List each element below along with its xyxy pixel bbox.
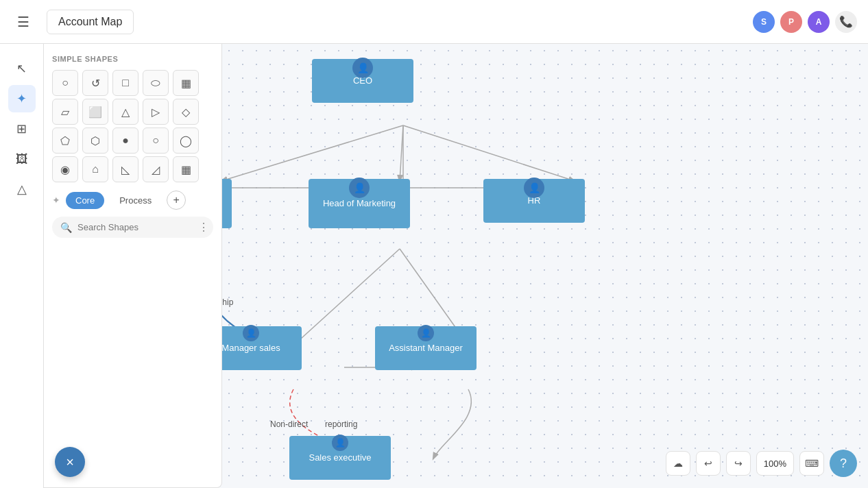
sidebar-grid-icon[interactable]: ⊞ <box>8 115 36 143</box>
non-direct-label: Non-direct <box>270 419 308 429</box>
shape-circle-xl[interactable]: ◉ <box>52 156 78 182</box>
shape-para-l[interactable]: ◺ <box>112 156 138 182</box>
zoom-display: 100% <box>756 451 794 476</box>
zoom-label: 100% <box>764 459 786 469</box>
tab-process[interactable]: Process <box>110 192 161 209</box>
shape-tabs: ✦ Core Process + <box>52 191 213 210</box>
avatar-p: P <box>780 11 802 33</box>
asst-mgr-avatar: 👤 <box>418 325 434 341</box>
svg-line-1 <box>400 125 403 181</box>
simple-shapes-label: SIMPLE SHAPES <box>52 55 213 63</box>
shape-triangle-right[interactable]: ▷ <box>143 99 169 125</box>
hr-node-group[interactable]: 👤 HR <box>524 178 544 194</box>
title-area: Account Map <box>47 10 134 34</box>
asst-mgr-node-group[interactable]: 👤 Assistant Manager <box>418 325 434 338</box>
search-icon: 🔍 <box>60 222 72 233</box>
shape-ellipse[interactable]: ⬭ <box>143 70 169 96</box>
svg-line-2 <box>403 125 575 181</box>
ceo-avatar: 👤 <box>352 58 373 78</box>
phone-icon: 📞 <box>839 15 853 28</box>
shape-arc[interactable]: ↺ <box>82 70 108 96</box>
sidebar-pen-icon[interactable]: △ <box>8 175 36 203</box>
help-button[interactable]: ? <box>830 450 857 477</box>
shape-circle-lg[interactable]: ◯ <box>173 127 199 154</box>
undo-icon: ↩ <box>704 458 712 469</box>
mgr-sales-avatar: 👤 <box>243 325 259 341</box>
undo-button[interactable]: ↩ <box>696 451 721 476</box>
shape-rect-rounded[interactable]: ▱ <box>52 99 78 125</box>
left-sidebar: ↖ ✦ ⊞ 🖼 △ <box>0 44 44 488</box>
shape-table[interactable]: ▦ <box>173 156 199 182</box>
shape-square[interactable]: □ <box>112 70 138 96</box>
keyboard-button[interactable]: ⌨ <box>799 451 824 476</box>
shape-lines[interactable]: ▦ <box>173 70 199 96</box>
keyboard-icon: ⌨ <box>805 458 819 469</box>
reporting-label: reporting <box>325 419 357 429</box>
ceo-node-group[interactable]: 👤 CEO <box>352 58 373 74</box>
header: ☰ Account Map S P A 📞 <box>0 0 868 44</box>
shape-shield[interactable]: ⌂ <box>82 156 108 182</box>
phone-button[interactable]: 📞 <box>835 11 857 33</box>
bottom-controls: ☁ ↩ ↪ 100% ⌨ ? <box>666 450 857 477</box>
shapes-grid: ○ ↺ □ ⬭ ▦ ▱ ⬜ △ ▷ ◇ ⬠ ⬡ ● ○ ◯ ◉ ⌂ ◺ ◿ ▦ <box>52 70 213 182</box>
page-title: Account Map <box>58 16 122 28</box>
hamburger-icon: ☰ <box>17 14 29 30</box>
sidebar-image-icon[interactable]: 🖼 <box>8 145 36 173</box>
help-icon: ? <box>840 456 847 471</box>
head-mkt-avatar: 👤 <box>349 178 370 198</box>
fab-icon: × <box>66 454 74 470</box>
shape-circle-md[interactable]: ○ <box>143 127 169 154</box>
header-right: S P A 📞 <box>753 11 857 33</box>
shape-hexagon[interactable]: ⬡ <box>82 127 108 154</box>
shape-pentagon[interactable]: ⬠ <box>52 127 78 154</box>
tab-add-button[interactable]: + <box>167 191 186 210</box>
search-shapes-input[interactable] <box>77 222 193 232</box>
sales-exec-avatar: 👤 <box>332 435 348 451</box>
sidebar-star-icon[interactable]: ✦ <box>8 85 36 112</box>
redo-icon: ↪ <box>734 458 743 469</box>
shape-rect-outline[interactable]: ⬜ <box>82 99 108 125</box>
svg-line-0 <box>221 125 403 181</box>
tab-core[interactable]: Core <box>66 192 104 209</box>
cloud-icon: ☁ <box>673 458 683 469</box>
shape-panel: SIMPLE SHAPES ○ ↺ □ ⬭ ▦ ▱ ⬜ △ ▷ ◇ ⬠ ⬡ ● … <box>44 44 222 488</box>
shape-circle-sm[interactable]: ● <box>112 127 138 154</box>
avatar-a: A <box>808 11 830 33</box>
hamburger-button[interactable]: ☰ <box>11 10 36 34</box>
sidebar-cursor-icon[interactable]: ↖ <box>8 55 36 82</box>
cloud-button[interactable]: ☁ <box>666 451 690 476</box>
search-more-icon[interactable]: ⋮ <box>198 221 209 234</box>
mgr-sales-node-group[interactable]: 👤 Manager sales <box>243 325 259 338</box>
shape-triangle[interactable]: △ <box>112 99 138 125</box>
hr-avatar: 👤 <box>524 178 544 198</box>
search-shapes-wrap: 🔍 ⋮ <box>52 217 213 238</box>
wand-icon: ✦ <box>52 195 60 206</box>
shape-circle[interactable]: ○ <box>52 70 78 96</box>
redo-button[interactable]: ↪ <box>726 451 751 476</box>
head-mkt-node-group[interactable]: 👤 Head of Marketing <box>349 178 370 194</box>
sales-exec-node-group[interactable]: 👤 Sales executive <box>332 435 348 448</box>
shape-diamond[interactable]: ◇ <box>173 99 199 125</box>
avatar-s: S <box>753 11 775 33</box>
shape-para-r[interactable]: ◿ <box>143 156 169 182</box>
fab-button[interactable]: × <box>55 447 85 477</box>
